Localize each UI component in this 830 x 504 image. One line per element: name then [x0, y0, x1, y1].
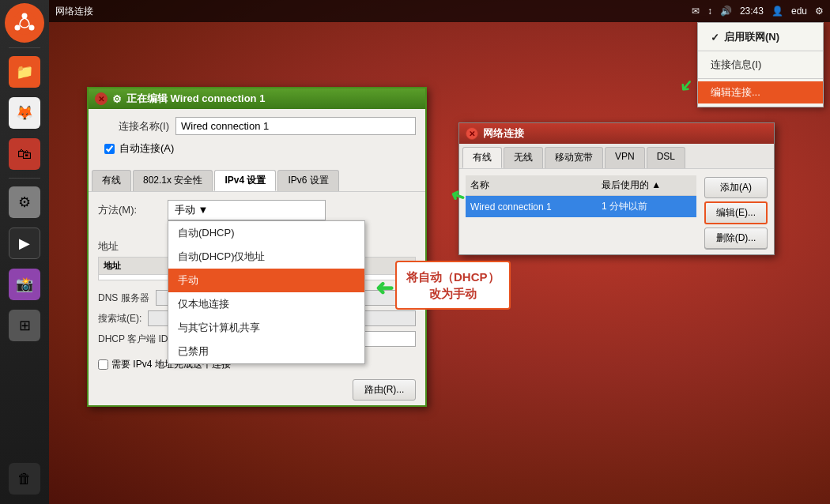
edit-dialog-close-btn[interactable]: ✕: [95, 92, 108, 105]
sidebar-icon-ubuntu[interactable]: [5, 3, 44, 43]
network-dialog-close-btn[interactable]: ✕: [466, 127, 478, 140]
dns-label: DNS 服务器: [98, 291, 149, 305]
sidebar-divider-1: [9, 47, 40, 48]
method-option-manual[interactable]: 手动: [168, 269, 364, 292]
method-label: 方法(M):: [98, 203, 161, 217]
route-button[interactable]: 路由(R)...: [353, 379, 416, 401]
sidebar-divider-2: [9, 178, 40, 179]
taskbar-user: edu: [791, 6, 807, 17]
col-lastused-header: 最后使用的 ▲: [597, 175, 696, 196]
method-row: 方法(M): 手动 ▼ 自动(DHCP) 自动(DHCP)仅地址 手动 仅本地连…: [98, 200, 416, 220]
network-dialog-content: 名称 最后使用的 ▲ Wired connection 1 1 分钟以前: [459, 169, 774, 224]
connection-name-input[interactable]: [175, 117, 416, 135]
desktop: 📁 🦊 🛍 ⚙ ▶ 📸: [0, 0, 830, 504]
network-dialog-tabs: 有线 无线 移动宽带 VPN DSL: [459, 144, 774, 169]
tab-vpn[interactable]: VPN: [605, 147, 645, 168]
add-button[interactable]: 添加(A): [704, 177, 768, 198]
menu-divider-1: [698, 51, 823, 51]
method-option-auto-dhcp-addr[interactable]: 自动(DHCP)仅地址: [168, 245, 364, 269]
auto-connect-row: 自动连接(A): [98, 141, 416, 156]
connection-name-label: 连接名称(I): [98, 119, 169, 134]
network-icon[interactable]: ↕: [707, 6, 712, 17]
method-option-share[interactable]: 与其它计算机共享: [168, 316, 364, 340]
annotation-box: 将自动（DHCP）改为手动: [395, 261, 511, 310]
delete-button[interactable]: 删除(D)...: [704, 228, 768, 249]
menu-divider-2: [698, 78, 823, 79]
method-option-auto-dhcp[interactable]: 自动(DHCP): [168, 221, 364, 245]
menu-item-connection-info[interactable]: 连接信息(I): [698, 54, 823, 76]
sidebar-icon-settings[interactable]: ⚙: [6, 183, 43, 221]
taskbar: 网络连接 ✉ ↕ 🔊 23:43 👤 edu ⚙: [49, 0, 830, 22]
sidebar-icon-files[interactable]: 📁: [6, 53, 43, 91]
dhcp-client-id-label: DHCP 客户端 ID：: [98, 333, 177, 346]
arrow-from-menu: ➜: [674, 73, 699, 98]
connection-name-cell: Wired connection 1: [466, 196, 597, 218]
taskbar-right: ✉ ↕ 🔊 23:43 👤 edu ⚙: [692, 6, 824, 17]
volume-icon[interactable]: 🔊: [720, 6, 732, 17]
network-connections-dialog: ✕ 网络连接 有线 无线 移动宽带 VPN DSL 名称 最后使用的 ▲: [458, 122, 775, 255]
edit-dialog-tabs: 有线 802.1x 安全性 IPv4 设置 IPv6 设置: [89, 170, 425, 192]
edit-button[interactable]: 编辑(E)...: [704, 201, 768, 224]
user-icon[interactable]: 👤: [772, 6, 783, 17]
edit-dialog-gear-icon: ⚙: [112, 93, 122, 105]
mail-icon[interactable]: ✉: [692, 6, 700, 17]
sidebar-icon-terminal[interactable]: ▶: [6, 224, 43, 262]
col-name-header: 名称: [466, 175, 597, 196]
network-menu-popup: ✓ 启用联网(N) 连接信息(I) 编辑连接...: [697, 22, 824, 107]
edit-connection-dialog: ✕ ⚙ 正在编辑 Wired connection 1 连接名称(I) 自动连接…: [87, 87, 427, 407]
arrow-to-dropdown: ➜: [375, 275, 394, 301]
method-dropdown[interactable]: 手动 ▼: [168, 200, 326, 220]
sidebar: 📁 🦊 🛍 ⚙ ▶ 📸: [0, 0, 49, 504]
settings-icon[interactable]: ⚙: [815, 6, 824, 17]
tab-wired[interactable]: 有线: [462, 147, 502, 168]
edit-dialog-titlebar: ✕ ⚙ 正在编辑 Wired connection 1: [89, 88, 425, 109]
edit-dialog-footer: 路由(R)...: [89, 374, 425, 405]
edit-tab-security[interactable]: 802.1x 安全性: [133, 170, 213, 191]
time-display: 23:43: [740, 6, 764, 17]
method-section: 方法(M): 手动 ▼ 自动(DHCP) 自动(DHCP)仅地址 手动 仅本地连…: [89, 192, 425, 236]
sidebar-icon-apps2[interactable]: 📸: [6, 265, 43, 303]
network-dialog-titlebar: ✕ 网络连接: [459, 123, 774, 144]
connection-name-row: 连接名称(I): [98, 117, 416, 135]
annotation-text: 将自动（DHCP）改为手动: [406, 270, 500, 300]
menu-edit-connections-label: 编辑连接...: [711, 85, 760, 100]
method-dropdown-menu: 自动(DHCP) 自动(DHCP)仅地址 手动 仅本地连接 与其它计算机共享 已…: [168, 220, 365, 364]
connections-table: 名称 最后使用的 ▲ Wired connection 1 1 分钟以前: [466, 175, 696, 217]
menu-item-enable-network[interactable]: ✓ 启用联网(N): [698, 26, 823, 48]
table-row[interactable]: Wired connection 1 1 分钟以前: [466, 196, 696, 218]
sidebar-icon-store[interactable]: 🛍: [6, 135, 43, 173]
menu-connection-info-label: 连接信息(I): [711, 58, 761, 72]
svg-point-2: [29, 25, 35, 31]
edit-dialog-content: 连接名称(I) 自动连接(A): [89, 109, 425, 170]
auto-connect-label: 自动连接(A): [119, 141, 174, 156]
edit-tab-wired[interactable]: 有线: [92, 170, 131, 191]
edit-dialog-title: 正在编辑 Wired connection 1: [126, 92, 265, 106]
method-option-local[interactable]: 仅本地连接: [168, 292, 364, 316]
menu-item-edit-connections[interactable]: 编辑连接...: [698, 81, 823, 103]
tab-mobile[interactable]: 移动宽带: [545, 147, 603, 168]
edit-tab-ipv4[interactable]: IPv4 设置: [214, 170, 276, 191]
method-dropdown-container: 手动 ▼ 自动(DHCP) 自动(DHCP)仅地址 手动 仅本地连接 与其它计算…: [168, 200, 326, 220]
checkmark-icon: ✓: [711, 32, 719, 43]
network-dialog-title: 网络连接: [483, 126, 524, 141]
tab-wireless[interactable]: 无线: [504, 147, 543, 168]
svg-point-3: [15, 25, 21, 31]
sidebar-icon-grid[interactable]: ⊞: [6, 307, 43, 344]
sidebar-icon-trash[interactable]: 🗑: [6, 460, 43, 498]
taskbar-title: 网络连接: [55, 5, 93, 18]
taskbar-left: 网络连接: [55, 5, 93, 18]
auto-connect-checkbox[interactable]: [104, 144, 115, 154]
menu-enable-network-label: 启用联网(N): [724, 30, 779, 44]
tab-dsl[interactable]: DSL: [647, 147, 685, 168]
edit-tab-ipv6[interactable]: IPv6 设置: [277, 170, 338, 191]
connection-lastused-cell: 1 分钟以前: [597, 196, 696, 218]
search-domain-label: 搜索域(E):: [98, 312, 141, 325]
sidebar-icon-firefox[interactable]: 🦊: [6, 94, 43, 132]
method-option-disabled[interactable]: 已禁用: [168, 340, 364, 363]
ipv4-required-checkbox[interactable]: [98, 359, 108, 370]
